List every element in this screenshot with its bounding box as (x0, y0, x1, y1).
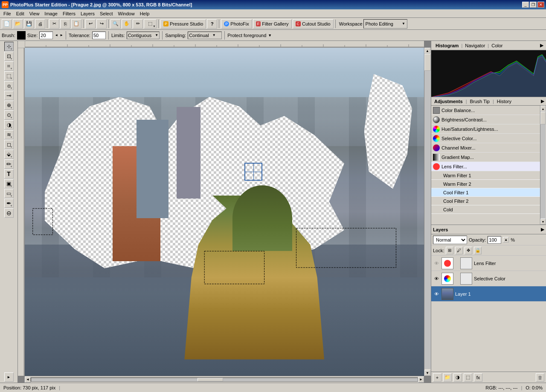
minimize-button[interactable]: _ (522, 2, 529, 8)
open-button[interactable]: 📂 (13, 19, 23, 29)
adj-gradient-map[interactable]: Gradient Map... ► (431, 153, 546, 162)
undo-button[interactable]: ↩ (85, 19, 96, 29)
tab-color[interactable]: Color (490, 42, 504, 49)
delete-layer-btn[interactable]: 🗑 (536, 373, 544, 382)
adj-brightness[interactable]: Brightness/Contrast... ► (431, 115, 546, 124)
adjustment-layer-btn[interactable]: ◑ (453, 373, 462, 382)
panel-expand-btn[interactable]: ► (4, 372, 14, 382)
selection-button[interactable]: ⬚▼ (144, 19, 157, 29)
new-layer-btn[interactable]: + (433, 373, 441, 382)
tool-zoom[interactable]: ⊖ (4, 208, 14, 218)
tab-brush-tip[interactable]: Brush Tip (468, 98, 491, 104)
print-button[interactable]: 🖨 (35, 19, 45, 29)
photofix-button[interactable]: P PhotoFix (221, 19, 252, 29)
zoom-button[interactable]: 🔍 (110, 19, 121, 29)
menu-file[interactable]: File (1, 10, 14, 17)
opacity-stepper-up[interactable]: ▲ (503, 237, 509, 242)
menu-help[interactable]: Help (137, 10, 152, 17)
menu-filters[interactable]: Filters (60, 10, 78, 17)
canvas-area[interactable]: ▲ ▼ ◄ ► (18, 41, 431, 383)
workspace-dropdown[interactable]: Photo Editing ▼ (363, 19, 407, 29)
opacity-input[interactable] (488, 236, 501, 244)
menu-select[interactable]: Select (97, 10, 116, 17)
size-input[interactable] (39, 32, 53, 39)
titlebar-controls[interactable]: _ ❐ ✕ (522, 2, 544, 8)
layer-selective-color-visibility[interactable]: 👁 (433, 275, 440, 282)
adj-scroll-track[interactable] (540, 112, 546, 219)
tool-paintbucket[interactable]: ⬙▼ (4, 150, 14, 159)
cutout-studio-button[interactable]: C Cutout Studio (293, 19, 334, 29)
styles-btn[interactable]: fx (474, 373, 482, 382)
hscroll-thumb[interactable] (197, 378, 223, 381)
adj-scroll-up[interactable]: ▲ (540, 106, 546, 112)
tool-eraser[interactable]: ◻▼ (4, 140, 14, 149)
new-button[interactable]: 📄 (2, 19, 12, 29)
tolerance-input[interactable] (92, 32, 106, 39)
tool-brush[interactable]: ✏▼ (4, 159, 14, 169)
menu-layers[interactable]: Layers (78, 10, 97, 17)
adj-color-balance[interactable]: Color Balance... ► (431, 106, 546, 115)
menu-view[interactable]: View (27, 10, 42, 17)
vscroll-track[interactable] (424, 54, 431, 369)
tab-history[interactable]: History (496, 98, 513, 104)
histogram-expand[interactable]: ▶ (540, 43, 543, 48)
filter-gallery-button[interactable]: F Filter Gallery (253, 19, 292, 29)
restore-button[interactable]: ❐ (530, 2, 537, 8)
new-group-btn[interactable]: 📁 (443, 373, 452, 382)
cut-button[interactable]: ✂ (49, 19, 59, 29)
blend-mode-dropdown[interactable]: Normal Multiply Screen Overlay (433, 236, 467, 244)
tool-dodge-burn[interactable]: ◑▼ (4, 120, 14, 130)
help-button[interactable]: ? (207, 19, 217, 29)
brush-color[interactable] (17, 31, 26, 40)
vscroll-up[interactable]: ▲ (424, 48, 430, 54)
tool-shape[interactable]: ▭▼ (4, 189, 14, 198)
tool-move[interactable]: ⊹▼ (4, 42, 14, 51)
vscroll[interactable]: ▲ ▼ (424, 48, 431, 376)
paste-button[interactable]: 📋 (71, 19, 81, 29)
lock-all-btn[interactable]: 🔒 (474, 247, 482, 254)
tool-gradient[interactable]: ▣▼ (4, 179, 14, 188)
tool-eyedropper[interactable]: ⊸ (4, 91, 14, 100)
menu-edit[interactable]: Edit (14, 10, 27, 17)
layer-1-visibility[interactable]: 👁 (433, 291, 440, 297)
size-arrow-right[interactable]: ► (60, 33, 63, 37)
hscroll-track[interactable] (31, 378, 418, 382)
hscroll-right[interactable]: ► (418, 377, 424, 383)
vscroll-thumb[interactable] (424, 54, 431, 71)
adj-selective-color[interactable]: Selective Color... ► (431, 134, 546, 143)
adj-cool-filter-1[interactable]: Cool Filter 1 (431, 188, 546, 197)
adj-channel-mixer[interactable]: Channel Mixer... ► (431, 143, 546, 153)
photo-canvas[interactable] (25, 48, 424, 376)
tool-clone[interactable]: ⊙▼ (4, 110, 14, 120)
mask-btn[interactable]: ⬚ (464, 373, 472, 382)
layer-1[interactable]: 👁 Layer 1 (431, 286, 546, 302)
size-arrow-left[interactable]: ◄ (55, 33, 58, 37)
layers-expand[interactable]: ▶ (541, 227, 544, 232)
hand-button[interactable]: ✋ (122, 19, 132, 29)
tool-text[interactable]: T (4, 169, 14, 179)
hscroll-left[interactable]: ◄ (25, 377, 31, 383)
tab-histogram[interactable]: Histogram (434, 42, 460, 49)
copy-button[interactable]: ⎘ (60, 19, 70, 29)
adj-scroll-thumb[interactable] (540, 112, 546, 124)
adj-scroll-down[interactable]: ▼ (540, 219, 546, 225)
adj-cold[interactable]: Cold (431, 205, 546, 214)
lock-transparent-btn[interactable]: ⊞ (446, 247, 453, 254)
draw-button[interactable]: ✏ (133, 19, 143, 29)
redo-button[interactable]: ↪ (96, 19, 107, 29)
lock-position-btn[interactable]: ✥ (465, 247, 472, 254)
save-button[interactable]: 💾 (24, 19, 34, 29)
adj-hue-sat[interactable]: Hue/Saturation/Lightness... ► (431, 124, 546, 134)
adj-warm-filter-2[interactable]: Warm Filter 2 (431, 180, 546, 188)
adj-cool-filter-2[interactable]: Cool Filter 2 (431, 197, 546, 205)
layer-selective-color[interactable]: 👁 Selective Color (431, 271, 546, 286)
adjustments-expand[interactable]: ▶ (541, 98, 544, 104)
hscroll[interactable]: ◄ ► (25, 376, 424, 383)
tool-lasso[interactable]: ⌾▼ (4, 81, 14, 90)
menu-image[interactable]: Image (42, 10, 60, 17)
layer-lens-filter-visibility[interactable]: 👁 (433, 260, 440, 267)
tab-adjustments[interactable]: Adjustments (433, 98, 464, 104)
tool-healing[interactable]: ⊕▼ (4, 101, 14, 110)
lock-pixels-btn[interactable]: 🖊 (455, 247, 463, 254)
tool-smudge[interactable]: ≋▼ (4, 130, 14, 139)
